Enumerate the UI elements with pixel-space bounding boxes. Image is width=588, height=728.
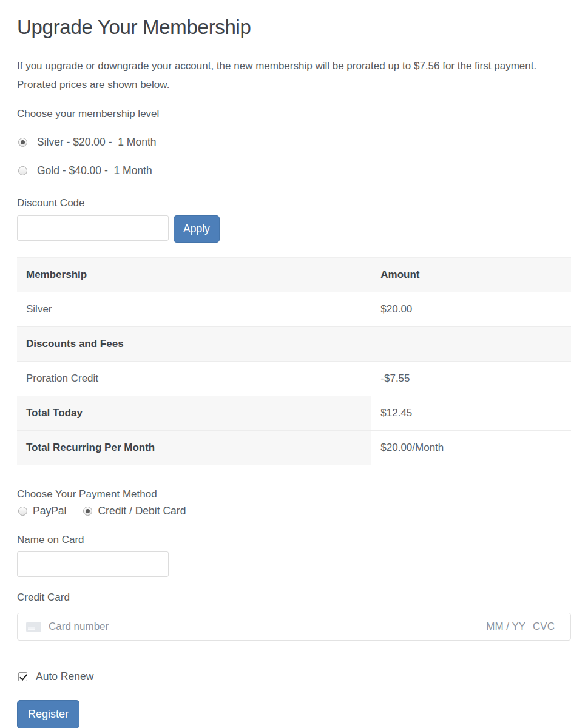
card-cvc-placeholder: CVC (533, 621, 555, 633)
auto-renew-checkbox[interactable] (18, 672, 27, 681)
level-row: Silver $20.00 (17, 292, 571, 327)
discount-code-label: Discount Code (17, 197, 571, 209)
credit-card-option-label: Credit / Debit Card (98, 505, 186, 517)
name-on-card-label: Name on Card (17, 534, 571, 546)
total-today-cell: Total Today (17, 396, 371, 431)
amount-column-header: Amount (371, 258, 571, 292)
payment-method-label: Choose Your Payment Method (17, 488, 571, 500)
proration-amount-cell: -$7.55 (371, 362, 571, 396)
card-number-field[interactable]: Card number MM / YY CVC (17, 613, 571, 641)
credit-card-label: Credit Card (17, 592, 571, 604)
level-amount-cell: $20.00 (371, 292, 571, 327)
discount-code-input[interactable] (17, 215, 169, 241)
proration-credit-row: Proration Credit -$7.55 (17, 362, 571, 396)
register-button[interactable]: Register (17, 700, 79, 728)
total-recurring-amount-cell: $20.00/Month (371, 431, 571, 465)
proration-intro-text: If you upgrade or downgrade your account… (17, 56, 563, 94)
membership-option-silver[interactable]: Silver - $20.00 - 1 Month (17, 136, 571, 149)
credit-card-icon (26, 622, 41, 632)
gold-radio[interactable] (18, 166, 27, 175)
level-name-cell: Silver (17, 292, 371, 327)
proration-credit-cell: Proration Credit (17, 362, 371, 396)
total-recurring-row: Total Recurring Per Month $20.00/Month (17, 431, 571, 465)
paypal-option-label: PayPal (33, 505, 66, 517)
total-today-row: Total Today $12.45 (17, 396, 571, 431)
credit-card-radio[interactable] (83, 507, 92, 516)
auto-renew-label: Auto Renew (36, 670, 93, 683)
invoice-table: Membership Amount Silver $20.00 Discount… (17, 257, 571, 465)
total-today-amount-cell: $12.45 (371, 396, 571, 431)
membership-level-label: Choose your membership level (17, 108, 571, 120)
discounts-and-fees-row: Discounts and Fees (17, 327, 571, 362)
payment-option-paypal[interactable]: PayPal (17, 505, 66, 517)
discount-code-row: Apply (17, 215, 571, 243)
silver-radio[interactable] (18, 138, 27, 147)
payment-method-options: PayPal Credit / Debit Card (17, 505, 571, 517)
gold-option-label: Gold - $40.00 - 1 Month (37, 164, 152, 177)
payment-option-credit-card[interactable]: Credit / Debit Card (82, 505, 186, 517)
apply-button[interactable]: Apply (174, 215, 220, 243)
total-recurring-cell: Total Recurring Per Month (17, 431, 371, 465)
membership-option-gold[interactable]: Gold - $40.00 - 1 Month (17, 164, 571, 177)
discounts-and-fees-cell: Discounts and Fees (17, 327, 371, 362)
silver-option-label: Silver - $20.00 - 1 Month (37, 136, 156, 149)
paypal-radio[interactable] (18, 507, 27, 516)
membership-column-header: Membership (17, 258, 371, 292)
card-expiry-placeholder: MM / YY (486, 621, 525, 633)
name-on-card-input[interactable] (17, 551, 169, 577)
auto-renew-row[interactable]: Auto Renew (17, 670, 571, 683)
card-number-placeholder: Card number (49, 621, 109, 633)
membership-checkout-page: Upgrade Your Membership If you upgrade o… (0, 16, 588, 728)
page-title: Upgrade Your Membership (17, 16, 571, 39)
invoice-header-row: Membership Amount (17, 258, 571, 292)
